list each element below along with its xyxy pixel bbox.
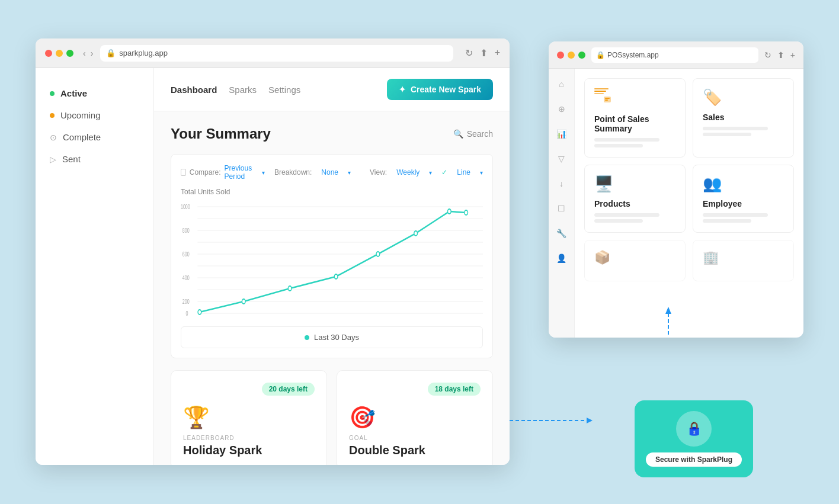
pos-newtab-icon[interactable]: + [790, 50, 795, 60]
share-icon[interactable]: ⬆ [480, 47, 488, 59]
sidebar-active-label: Active [60, 88, 87, 98]
main-browser-window: ‹ › 🔒 sparkplug.app ↻ ⬆ + Active Upcomin… [36, 38, 510, 465]
nav-dashboard[interactable]: Dashboard [171, 85, 217, 95]
svg-text:600: 600 [182, 251, 190, 258]
pos-sales-icon: 🏷️ [703, 88, 784, 107]
svg-point-21 [414, 231, 418, 236]
pos-employee-title: Employee [703, 199, 784, 208]
minimize-button[interactable] [56, 50, 63, 57]
back-arrow-icon[interactable]: ‹ [83, 49, 86, 58]
browser-nav-arrows: ‹ › [83, 49, 93, 58]
pos-home-icon[interactable]: ⌂ [553, 76, 570, 92]
main-content: Dashboard Sparks Settings ✦ Create New S… [154, 68, 510, 465]
new-tab-icon[interactable]: + [495, 47, 500, 59]
svg-rect-24 [594, 91, 606, 92]
pos-maximize-button[interactable] [578, 52, 585, 59]
pos-summary-title: Point of Sales Summary [594, 114, 675, 133]
summary-title: Your Summary [171, 126, 271, 142]
pos-wrench-icon[interactable]: 🔧 [553, 225, 570, 242]
leaderboard-title: Holiday Spark [183, 444, 315, 457]
search-box[interactable]: 🔍 Search [453, 129, 493, 139]
pos-refresh-icon[interactable]: ↻ [764, 50, 771, 60]
svg-text:800: 800 [182, 227, 190, 235]
pos-card-pos-summary[interactable]: Point of Sales Summary [584, 78, 686, 158]
svg-marker-31 [587, 418, 593, 423]
secure-label: Secure with SparkPlug [646, 452, 742, 467]
svg-rect-29 [605, 99, 608, 101]
sidebar-item-active[interactable]: Active [36, 82, 153, 104]
nav-settings[interactable]: Settings [268, 85, 300, 95]
pos-download-icon[interactable]: ↓ [553, 175, 570, 192]
create-new-spark-button[interactable]: ✦ Create New Spark [387, 79, 493, 100]
nav-sparks[interactable]: Sparks [229, 85, 257, 95]
chart-legend: Last 30 Days [181, 326, 483, 348]
url-bar[interactable]: 🔒 sparkplug.app [100, 45, 453, 62]
pos-url-bar[interactable]: 🔒 POSsystem.app [591, 47, 758, 63]
refresh-icon[interactable]: ↻ [465, 47, 473, 59]
sidebar-item-sent[interactable]: ▷ Sent [36, 148, 153, 170]
search-label: Search [467, 129, 493, 139]
pos-person-icon[interactable]: 👤 [553, 250, 570, 267]
sidebar-sent-label: Sent [62, 154, 81, 164]
view-value[interactable]: Weekly [396, 168, 420, 176]
search-icon: 🔍 [453, 129, 463, 139]
breakdown-dropdown-icon: ▾ [348, 169, 351, 176]
svg-rect-26 [594, 88, 609, 89]
secure-sparkplug-box[interactable]: 🔒 Secure with SparkPlug [635, 400, 753, 477]
chart-y-axis-title: Total Units Sold [181, 188, 483, 196]
compare-checkbox[interactable] [181, 169, 186, 176]
pos-products-line-2 [594, 219, 643, 223]
pos-chart-icon[interactable]: 📊 [553, 126, 570, 142]
pos-card-partial-1[interactable]: 📦 [584, 240, 686, 281]
pos-card-employee[interactable]: 👥 Employee [693, 165, 794, 233]
breakdown-value[interactable]: None [321, 168, 338, 176]
pos-traffic-lights [557, 52, 585, 59]
goal-icon: 🎯 [349, 405, 481, 430]
chart-container: Compare: Previous Period ▾ Breakdown: No… [171, 154, 493, 358]
close-button[interactable] [45, 50, 52, 57]
pos-card-sales[interactable]: 🏷️ Sales [693, 78, 794, 158]
svg-text:400: 400 [182, 275, 190, 282]
pos-card-partial-2[interactable]: 🏢 [693, 240, 794, 281]
svg-rect-25 [594, 93, 604, 94]
summary-header: Your Summary 🔍 Search [171, 126, 493, 142]
pos-employee-icon: 👥 [703, 175, 784, 193]
pos-line-2 [594, 144, 643, 147]
secure-lock-circle: 🔒 [676, 411, 712, 447]
pos-share-icon[interactable]: ⬆ [777, 50, 784, 60]
svg-point-18 [288, 286, 292, 291]
pos-sales-lines [703, 127, 784, 136]
pos-layout: ⌂ ⊕ 📊 ▽ ↓ ☐ 🔧 👤 [549, 69, 803, 338]
sidebar-upcoming-label: Upcoming [60, 110, 101, 120]
leaderboard-badge: 20 days left [262, 383, 315, 396]
pos-main: Point of Sales Summary 🏷️ Sales [575, 69, 803, 338]
pos-close-button[interactable] [557, 52, 564, 59]
cards-row: 20 days left 🏆 LEADERBOARD Holiday Spark… [171, 370, 493, 465]
svg-point-16 [198, 310, 201, 314]
sidebar-item-upcoming[interactable]: Upcoming [36, 104, 153, 126]
goal-card[interactable]: 18 days left 🎯 GOAL Double Spark [337, 370, 493, 465]
legend-label: Last 30 Days [314, 333, 359, 342]
chart-svg: 1000 800 600 400 200 0 [181, 201, 483, 319]
compare-value[interactable]: Previous Period [224, 164, 258, 181]
forward-arrow-icon[interactable]: › [91, 49, 94, 58]
top-nav: Dashboard Sparks Settings ✦ Create New S… [154, 68, 510, 111]
pos-filter-icon[interactable]: ▽ [553, 150, 570, 167]
compare-dropdown-icon: ▾ [262, 169, 265, 176]
pos-checkbox-icon[interactable]: ☐ [553, 200, 570, 217]
goal-category: GOAL [349, 435, 481, 441]
line-value[interactable]: Line [457, 168, 470, 176]
pos-card-products[interactable]: 🖥️ Products [584, 165, 686, 233]
upcoming-dot-icon [50, 113, 55, 118]
svg-point-23 [465, 210, 468, 215]
content-area: Your Summary 🔍 Search Compare: Previous … [154, 111, 510, 465]
maximize-button[interactable] [66, 50, 73, 57]
create-btn-label: Create New Spark [411, 85, 481, 94]
pos-employee-line-2 [703, 219, 751, 223]
pos-products-title: Products [594, 199, 675, 208]
pos-cart-icon[interactable]: ⊕ [553, 101, 570, 117]
checkmark-icon: ✓ [441, 168, 447, 176]
pos-minimize-button[interactable] [568, 52, 575, 59]
leaderboard-card[interactable]: 20 days left 🏆 LEADERBOARD Holiday Spark [171, 370, 327, 465]
sidebar-item-complete[interactable]: ⊙ Complete [36, 126, 153, 148]
